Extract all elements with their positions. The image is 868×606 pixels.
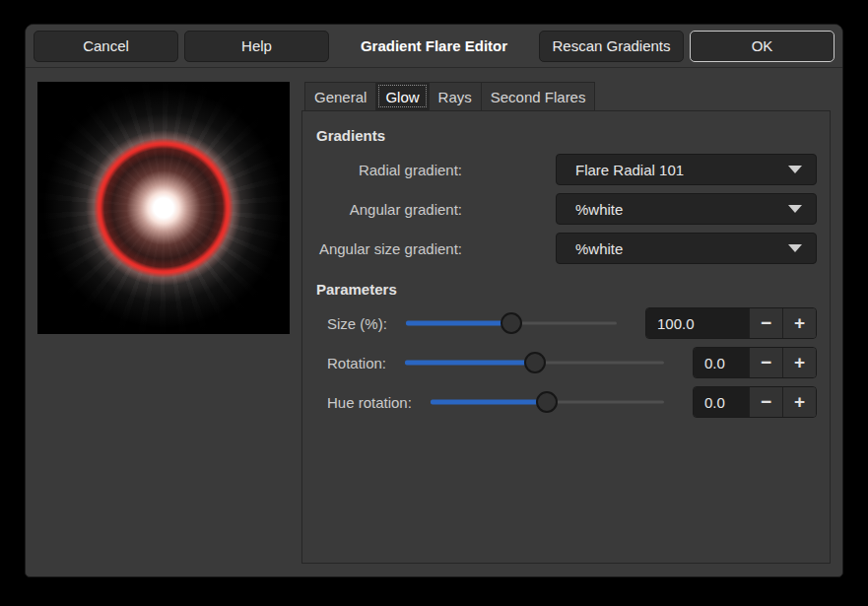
parameters-section-heading: Parameters [316, 281, 817, 298]
hue-rotation-row: Hue rotation: 0.0 − + [316, 386, 817, 418]
cancel-button[interactable]: Cancel [33, 31, 178, 62]
angular-gradient-label: Angular gradient: [316, 201, 462, 218]
glow-tab-page: Gradients Radial gradient: Flare Radial … [301, 111, 831, 564]
help-button[interactable]: Help [184, 31, 329, 62]
hue-rotation-spinbutton: 0.0 − + [693, 386, 817, 418]
rotation-slider-handle[interactable] [524, 352, 546, 373]
chevron-down-icon [788, 166, 802, 173]
chevron-down-icon [788, 244, 802, 252]
flare-preview-image [37, 82, 290, 334]
rotation-value-input[interactable]: 0.0 [694, 348, 749, 377]
size-slider-handle[interactable] [501, 312, 522, 334]
size-value-input[interactable]: 100.0 [646, 308, 749, 338]
angular-size-gradient-value: %white [575, 240, 788, 257]
angular-size-gradient-label: Angular size gradient: [316, 240, 462, 257]
radial-gradient-label: Radial gradient: [316, 162, 462, 178]
plus-icon[interactable]: + [782, 348, 816, 377]
gradients-section-heading: Gradients [316, 127, 817, 144]
rotation-row: Rotation: 0.0 − + [316, 347, 817, 378]
gradient-flare-editor-dialog: Cancel Help Gradient Flare Editor Rescan… [25, 24, 843, 577]
slider-fill [405, 361, 534, 366]
minus-icon[interactable]: − [749, 308, 782, 338]
tab-rays[interactable]: Rays [429, 82, 482, 110]
rotation-label: Rotation: [327, 355, 386, 371]
radial-gradient-value: Flare Radial 101 [575, 162, 788, 178]
plus-icon[interactable]: + [782, 387, 816, 417]
slider-fill [406, 321, 511, 326]
parameters-section: Size (%): 100.0 − + [316, 307, 817, 418]
dialog-header-bar: Cancel Help Gradient Flare Editor Rescan… [26, 25, 842, 68]
plus-icon[interactable]: + [782, 308, 816, 338]
notebook-tab-bar: General Glow Rays Second Flares [301, 82, 831, 111]
chevron-down-icon [788, 205, 802, 213]
size-spinbutton: 100.0 − + [645, 307, 817, 339]
rotation-spinbutton: 0.0 − + [693, 347, 817, 378]
hue-rotation-slider-handle[interactable] [536, 391, 558, 413]
size-label: Size (%): [327, 315, 387, 332]
tab-general[interactable]: General [304, 82, 376, 110]
desktop-background: Cancel Help Gradient Flare Editor Rescan… [0, 0, 868, 606]
hue-rotation-slider[interactable] [431, 390, 664, 414]
angular-gradient-dropdown[interactable]: %white [556, 193, 817, 225]
tab-second-flares[interactable]: Second Flares [481, 82, 596, 110]
slider-fill [431, 400, 548, 405]
gradients-section: Radial gradient: Flare Radial 101 Angula… [316, 154, 817, 264]
rescan-gradients-button[interactable]: Rescan Gradients [539, 31, 684, 62]
rotation-slider[interactable] [405, 351, 664, 374]
minus-icon[interactable]: − [749, 348, 782, 377]
ok-button[interactable]: OK [690, 31, 835, 62]
dialog-title: Gradient Flare Editor [361, 37, 507, 54]
dialog-body: General Glow Rays Second Flares Gradient… [26, 68, 842, 564]
angular-size-gradient-row: Angular size gradient: %white [316, 233, 817, 264]
minus-icon[interactable]: − [749, 387, 782, 417]
hue-rotation-value-input[interactable]: 0.0 [694, 387, 749, 417]
tab-glow[interactable]: Glow [375, 82, 429, 110]
size-row: Size (%): 100.0 − + [316, 307, 817, 339]
angular-gradient-value: %white [575, 201, 788, 218]
radial-gradient-dropdown[interactable]: Flare Radial 101 [556, 154, 817, 185]
radial-gradient-row: Radial gradient: Flare Radial 101 [316, 154, 817, 185]
hue-rotation-label: Hue rotation: [327, 394, 412, 411]
title-zone: Gradient Flare Editor [335, 37, 533, 54]
angular-gradient-row: Angular gradient: %white [316, 193, 817, 225]
size-slider[interactable] [406, 311, 617, 335]
angular-size-gradient-dropdown[interactable]: %white [556, 233, 817, 264]
settings-panel: General Glow Rays Second Flares Gradient… [301, 82, 831, 564]
